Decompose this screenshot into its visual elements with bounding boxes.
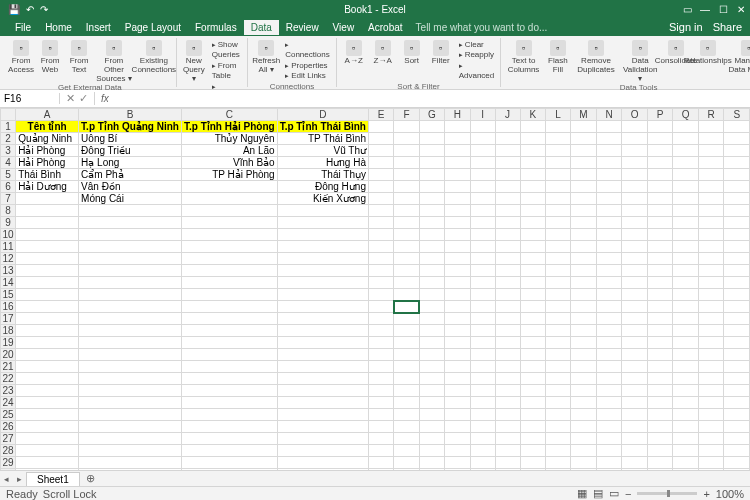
cell-F18[interactable] (394, 325, 419, 337)
cell-E29[interactable] (368, 457, 393, 469)
cell-H13[interactable] (445, 265, 471, 277)
row-header-22[interactable]: 22 (1, 373, 16, 385)
cell-O28[interactable] (622, 445, 648, 457)
cell-Q14[interactable] (673, 277, 699, 289)
cell-O27[interactable] (622, 433, 648, 445)
cell-O22[interactable] (622, 373, 648, 385)
col-header-N[interactable]: N (596, 109, 622, 121)
cell-P16[interactable] (647, 301, 672, 313)
cell-N13[interactable] (596, 265, 622, 277)
col-header-C[interactable]: C (181, 109, 277, 121)
cell-B15[interactable] (79, 289, 182, 301)
cell-O4[interactable] (622, 157, 648, 169)
cell-A3[interactable]: Hải Phòng (16, 145, 79, 157)
row-header-13[interactable]: 13 (1, 265, 16, 277)
view-layout-icon[interactable]: ▤ (593, 487, 603, 500)
enter-formula-icon[interactable]: ✓ (79, 92, 88, 105)
cell-B25[interactable] (79, 409, 182, 421)
ribbon-cmd-filter[interactable]: ▫Filter (428, 40, 454, 66)
cell-N28[interactable] (596, 445, 622, 457)
cell-L9[interactable] (545, 217, 570, 229)
cell-J3[interactable] (495, 145, 520, 157)
cell-P10[interactable] (647, 229, 672, 241)
cell-Q13[interactable] (673, 265, 699, 277)
cell-R7[interactable] (698, 193, 724, 205)
cell-B5[interactable]: Cẩm Phả (79, 169, 182, 181)
cell-G23[interactable] (419, 385, 445, 397)
cell-M1[interactable] (571, 121, 597, 133)
cell-D8[interactable] (277, 205, 368, 217)
cell-D10[interactable] (277, 229, 368, 241)
cell-G2[interactable] (419, 133, 445, 145)
cell-L10[interactable] (545, 229, 570, 241)
cell-J9[interactable] (495, 217, 520, 229)
cell-E27[interactable] (368, 433, 393, 445)
cell-A9[interactable] (16, 217, 79, 229)
cell-C1[interactable]: T.p Tỉnh Hải Phòng (181, 121, 277, 133)
cell-Q15[interactable] (673, 289, 699, 301)
cell-B11[interactable] (79, 241, 182, 253)
cell-I26[interactable] (470, 421, 495, 433)
cell-P25[interactable] (647, 409, 672, 421)
cell-P4[interactable] (647, 157, 672, 169)
cell-E19[interactable] (368, 337, 393, 349)
row-header-3[interactable]: 3 (1, 145, 16, 157)
cell-I5[interactable] (470, 169, 495, 181)
cell-H18[interactable] (445, 325, 471, 337)
ribbon-cmd-text-to-columns[interactable]: ▫Text to Columns (505, 40, 542, 75)
cell-Q18[interactable] (673, 325, 699, 337)
cell-L28[interactable] (545, 445, 570, 457)
cell-G28[interactable] (419, 445, 445, 457)
cell-R27[interactable] (698, 433, 724, 445)
col-header-L[interactable]: L (545, 109, 570, 121)
cell-Q24[interactable] (673, 397, 699, 409)
cell-K27[interactable] (520, 433, 545, 445)
cell-O24[interactable] (622, 397, 648, 409)
cell-O6[interactable] (622, 181, 648, 193)
cell-B6[interactable]: Vân Đồn (79, 181, 182, 193)
signin-link[interactable]: Sign in (669, 21, 703, 33)
cell-O11[interactable] (622, 241, 648, 253)
cell-F14[interactable] (394, 277, 419, 289)
cell-E30[interactable] (368, 469, 393, 471)
row-header-28[interactable]: 28 (1, 445, 16, 457)
cell-P28[interactable] (647, 445, 672, 457)
cell-R13[interactable] (698, 265, 724, 277)
cell-M29[interactable] (571, 457, 597, 469)
cell-F24[interactable] (394, 397, 419, 409)
cell-J30[interactable] (495, 469, 520, 471)
cell-Q21[interactable] (673, 361, 699, 373)
cell-H2[interactable] (445, 133, 471, 145)
cell-I12[interactable] (470, 253, 495, 265)
cell-M28[interactable] (571, 445, 597, 457)
cell-H22[interactable] (445, 373, 471, 385)
view-break-icon[interactable]: ▭ (609, 487, 619, 500)
cell-M23[interactable] (571, 385, 597, 397)
col-header-I[interactable]: I (470, 109, 495, 121)
cell-J22[interactable] (495, 373, 520, 385)
cell-E14[interactable] (368, 277, 393, 289)
cell-R11[interactable] (698, 241, 724, 253)
tell-me-input[interactable]: Tell me what you want to do... (410, 22, 548, 33)
cell-I14[interactable] (470, 277, 495, 289)
cell-R5[interactable] (698, 169, 724, 181)
cell-O20[interactable] (622, 349, 648, 361)
cell-J20[interactable] (495, 349, 520, 361)
cell-K28[interactable] (520, 445, 545, 457)
select-all-corner[interactable] (1, 109, 16, 121)
cell-N16[interactable] (596, 301, 622, 313)
cell-N22[interactable] (596, 373, 622, 385)
row-header-24[interactable]: 24 (1, 397, 16, 409)
cell-R22[interactable] (698, 373, 724, 385)
cell-A22[interactable] (16, 373, 79, 385)
cell-G13[interactable] (419, 265, 445, 277)
cell-P6[interactable] (647, 181, 672, 193)
cell-C30[interactable] (181, 469, 277, 471)
cell-N3[interactable] (596, 145, 622, 157)
row-header-17[interactable]: 17 (1, 313, 16, 325)
cell-M18[interactable] (571, 325, 597, 337)
cell-F15[interactable] (394, 289, 419, 301)
row-header-27[interactable]: 27 (1, 433, 16, 445)
cell-E6[interactable] (368, 181, 393, 193)
cell-M25[interactable] (571, 409, 597, 421)
